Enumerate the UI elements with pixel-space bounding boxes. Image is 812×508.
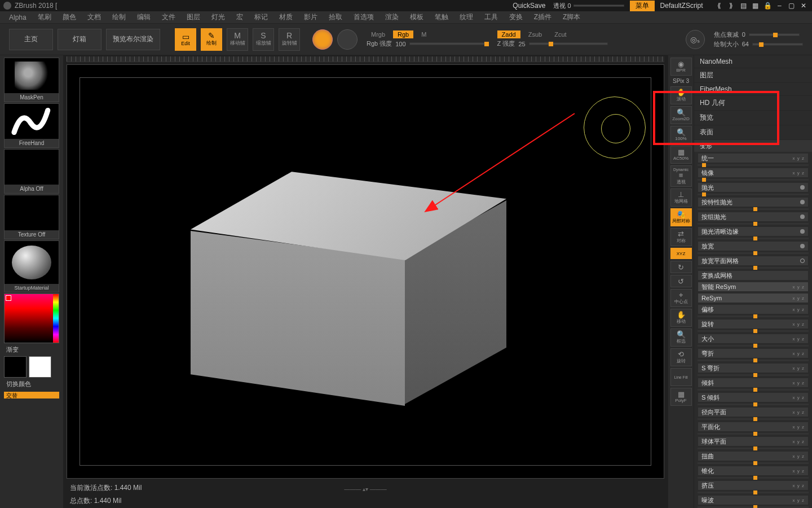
deform-锥化[interactable]: 锥化x y z <box>698 466 809 476</box>
viewport[interactable] <box>67 64 664 479</box>
texture-picker[interactable]: Texture Off <box>4 195 59 239</box>
move-nav-button[interactable]: ✋移动 <box>670 309 692 327</box>
menu-文件[interactable]: 文件 <box>157 11 180 23</box>
palette-section-HD 几何[interactable]: HD 几何 <box>694 96 812 111</box>
deform-偏移[interactable]: 偏移x y z <box>698 304 809 314</box>
menu-button[interactable]: 菜单 <box>630 1 655 11</box>
menu-灯光[interactable]: 灯光 <box>207 11 230 23</box>
mesh-cube[interactable] <box>191 170 506 396</box>
main-color-swatch[interactable] <box>4 356 27 378</box>
deform-扭曲[interactable]: 扭曲x y z <box>698 451 809 461</box>
mrgb-toggle[interactable]: Mrgb <box>367 30 390 38</box>
menu-颜色[interactable]: 颜色 <box>58 11 81 23</box>
deform-挤压[interactable]: 挤压x y z <box>698 480 809 491</box>
palette-section-预览[interactable]: 预览 <box>694 111 812 125</box>
gradient-label[interactable]: 渐变 <box>4 344 59 355</box>
palette-section-图层[interactable]: 图层 <box>694 68 812 83</box>
deform-按组抛光[interactable]: 按组抛光 <box>698 212 809 222</box>
alpha-picker[interactable]: Alpha Off <box>4 149 59 194</box>
m-toggle[interactable]: M <box>417 30 431 38</box>
z-intensity-slider[interactable] <box>529 42 608 45</box>
perspective-slider[interactable]: 透视 0 <box>553 2 624 10</box>
palette-section-表面[interactable]: 表面 <box>694 125 812 140</box>
move-mode-button[interactable]: M移动辅 <box>227 28 248 51</box>
deform-弯折[interactable]: 弯折x y z <box>698 348 809 358</box>
rotate-nav-button[interactable]: ⟲旋转 <box>670 348 692 366</box>
zcut-toggle[interactable]: Zcut <box>550 30 571 38</box>
lock-icon[interactable]: 🔒 <box>764 2 771 9</box>
bpr-button[interactable]: ◉BPR <box>670 58 692 76</box>
deform-噪波[interactable]: 噪波x y z <box>698 495 809 505</box>
draw-size-slider[interactable] <box>752 43 803 46</box>
menu-工具[interactable]: 工具 <box>480 11 502 23</box>
palette-section-NanoMesh[interactable]: NanoMesh <box>694 55 812 68</box>
menu-笔触[interactable]: 笔触 <box>430 11 453 23</box>
menu-文档[interactable]: 文档 <box>83 11 105 23</box>
deform-球体平面[interactable]: 球体平面x y z <box>698 436 809 446</box>
sculpt-mode-icon[interactable] <box>312 29 333 50</box>
deform-S 倾斜[interactable]: S 倾斜x y z <box>698 392 809 402</box>
layout-next-icon[interactable]: ⟫ <box>727 2 735 9</box>
deform-径向平面[interactable]: 径向平面x y z <box>698 407 809 417</box>
deform-大小[interactable]: 大小x y z <box>698 334 809 344</box>
deform-抛光清晰边缘[interactable]: 抛光清晰边缘 <box>698 226 809 237</box>
deform-变换成网格[interactable]: 变换成网格 <box>698 270 809 281</box>
menu-图层[interactable]: 图层 <box>182 11 205 23</box>
linefill-button[interactable]: Line Fill <box>670 368 692 386</box>
float-menu-icon[interactable]: ▤ <box>739 2 747 9</box>
deform-抛光[interactable]: 抛光 <box>698 182 809 192</box>
deform-倾斜[interactable]: 倾斜x y z <box>698 378 809 388</box>
minimize-icon[interactable]: – <box>775 2 783 9</box>
float-panel-icon[interactable]: ▦ <box>752 2 760 9</box>
home-button[interactable]: 主页 <box>9 29 53 50</box>
deform-统一[interactable]: 统一x y z <box>698 153 809 163</box>
menu-影片[interactable]: 影片 <box>299 11 322 23</box>
zoom2d-button[interactable]: 🔍Zoom2D <box>670 106 692 124</box>
deform-旋转[interactable]: 旋转x y z <box>698 319 809 329</box>
menu-宏[interactable]: 宏 <box>232 11 248 23</box>
default-zscript[interactable]: DefaultZScript <box>660 2 703 10</box>
aahalf-button[interactable]: ▦AC50% <box>670 146 692 164</box>
xyz-button[interactable]: XYZ <box>670 248 692 259</box>
timeline-ruler[interactable] <box>67 56 664 62</box>
symmetry-button[interactable]: ⇄对称 <box>670 228 692 246</box>
menu-材质[interactable]: 材质 <box>275 11 297 23</box>
menu-首选项[interactable]: 首选项 <box>349 11 378 23</box>
scale-mode-button[interactable]: S缩放辅 <box>253 28 274 51</box>
frame-button[interactable]: 🔍框选 <box>670 329 692 347</box>
menu-拾取[interactable]: 拾取 <box>324 11 347 23</box>
yz-rotate-icon[interactable]: ↻ <box>670 261 692 273</box>
dynamic-persp-button[interactable]: Dynamic≡透视 <box>670 165 692 187</box>
maximize-icon[interactable]: ▢ <box>788 2 796 9</box>
polyf-button[interactable]: ▦PolyF <box>670 388 692 406</box>
palette-section-变形[interactable]: 变形 <box>694 140 812 152</box>
menu-渲染[interactable]: 渲染 <box>381 11 403 23</box>
menu-变换[interactable]: 变换 <box>505 11 527 23</box>
edit-mode-button[interactable]: ▭Edit <box>175 28 196 51</box>
zadd-toggle[interactable]: Zadd <box>497 30 520 38</box>
xz-rotate-icon[interactable]: ↺ <box>670 275 692 287</box>
menu-绘制[interactable]: 绘制 <box>108 11 130 23</box>
lightbox-button[interactable]: 灯箱 <box>58 29 102 50</box>
menu-Z插件[interactable]: Z插件 <box>529 11 556 23</box>
draw-mode-button[interactable]: ✎绘制 <box>201 28 222 51</box>
actual-size-button[interactable]: 🔍100% <box>670 126 692 144</box>
floor-button[interactable]: ⊥地网格 <box>670 189 692 207</box>
focal-shift-slider[interactable] <box>749 33 800 36</box>
dynamic-brush-icon[interactable]: ◎ₛ <box>686 30 705 49</box>
deform-平面化[interactable]: 平面化x y z <box>698 422 809 432</box>
zsub-toggle[interactable]: Zsub <box>524 30 546 38</box>
color-picker[interactable] <box>4 294 59 343</box>
deform-ReSym[interactable]: ReSymx y z <box>698 293 809 303</box>
quicksave-button[interactable]: QuickSave <box>513 2 545 10</box>
deform-按特性抛光[interactable]: 按特性抛光 <box>698 197 809 207</box>
stroke-picker[interactable]: FreeHand <box>4 103 59 148</box>
material-picker[interactable]: StartupMaterial <box>4 240 59 292</box>
deform-S 弯折[interactable]: S 弯折x y z <box>698 363 809 373</box>
scroll-button[interactable]: ✋滚动 <box>670 86 692 104</box>
deform-放宽平面网格[interactable]: 放宽平面网格 <box>698 256 809 266</box>
alternate-button[interactable]: 交替 <box>4 392 59 398</box>
switch-color-button[interactable]: 切换颜色 <box>4 379 59 389</box>
deform-智能 ReSym[interactable]: 智能 ReSymx y z <box>698 282 809 292</box>
menu-Z脚本[interactable]: Z脚本 <box>558 11 585 23</box>
